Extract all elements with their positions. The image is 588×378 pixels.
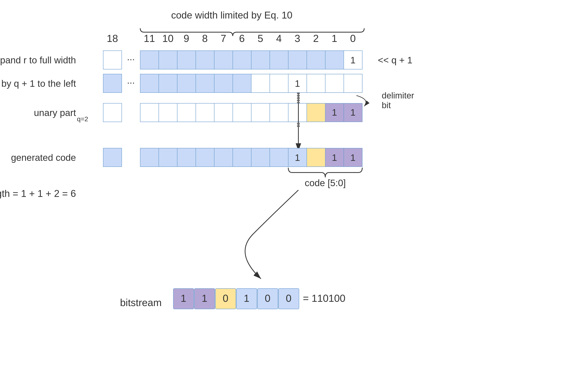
row3-bit-0-val: 1 [350, 107, 356, 118]
col-header-5: 5 [258, 33, 263, 44]
row1-bit-11 [140, 51, 159, 69]
row3-bit-1-val: 1 [332, 107, 337, 118]
row4-bit-6 [233, 148, 251, 167]
bs-bit-1-val: 0 [265, 293, 270, 304]
row4-bit-4 [270, 148, 288, 167]
row2-bit-5 [251, 74, 270, 93]
row1-bit-6 [233, 51, 251, 69]
row3-bit-9 [177, 103, 196, 122]
row1-bit-2 [307, 51, 325, 69]
bs-bit-3-val: 0 [223, 293, 229, 304]
delimiter-label-1: delimiter [382, 91, 414, 100]
row4-bit-5 [251, 148, 270, 167]
row4-bit-7 [214, 148, 233, 167]
col-header-0: 0 [350, 33, 356, 44]
col-header-6: 6 [239, 33, 245, 44]
col-header-1: 1 [332, 33, 337, 44]
row2-bit-8 [196, 74, 214, 93]
row2-bit-10 [159, 74, 177, 93]
row3-bit-4 [270, 103, 288, 122]
row2-bit-11 [140, 74, 159, 93]
length-label: length = 1 + 1 + 2 = 6 [0, 188, 76, 199]
row2-bit-7 [214, 74, 233, 93]
row3-bit-3 [288, 103, 307, 122]
row3-bit-10 [159, 103, 177, 122]
row4-bit-2-yellow [307, 148, 325, 167]
row4-bit-0-val: 1 [350, 152, 356, 163]
bitstream-label: bitstream [120, 297, 162, 308]
col-header-10: 10 [162, 33, 174, 44]
col-header-3: 3 [295, 33, 300, 44]
row2-bit-2 [307, 74, 325, 93]
row3-bit-11 [140, 103, 159, 122]
col-header-4: 4 [276, 33, 282, 44]
row1-bit-7 [214, 51, 233, 69]
row2-ellipsis: ··· [127, 77, 135, 88]
row2-label: shift it by q + 1 to the left [0, 78, 76, 89]
row4-bit-9 [177, 148, 196, 167]
col-header-18: 18 [107, 33, 118, 44]
code-slice-label: code [5:0] [305, 178, 346, 188]
row1-bit-1 [325, 51, 344, 69]
row4-bit-3-val: 1 [295, 152, 300, 163]
bs-bit-5-val: 1 [181, 293, 186, 304]
row1-ellipsis: ··· [127, 54, 135, 64]
diagram: 18 11 10 9 8 7 6 5 4 3 2 1 0 code width … [0, 0, 588, 378]
bs-bit-2-val: 1 [244, 293, 250, 304]
row2-bit-6 [233, 74, 251, 93]
col-header-8: 8 [202, 33, 208, 44]
row4-label: generated code [11, 152, 76, 163]
row3-subscript: q=2 [77, 115, 88, 123]
row3-bit-2-yellow [307, 103, 325, 122]
row3-bit-8 [196, 103, 214, 122]
row2-bit-0 [344, 74, 362, 93]
row1-bit-8 [196, 51, 214, 69]
row1-bit-9 [177, 51, 196, 69]
row1-bit-5 [251, 51, 270, 69]
row3-bit-5 [251, 103, 270, 122]
row4-bit-8 [196, 148, 214, 167]
row4-bit-11 [140, 148, 159, 167]
row2-bit-18 [103, 74, 122, 93]
row1-bit-18 [103, 51, 122, 69]
row3-label: unary part [34, 108, 76, 118]
row4-bit-18 [103, 148, 122, 167]
col-header-11: 11 [144, 33, 155, 44]
row1-label: expand r to full width [0, 55, 76, 65]
code-width-label: code width limited by Eq. 10 [171, 10, 293, 21]
delimiter-label-2: bit [382, 100, 391, 110]
row4-bit-1-val: 1 [332, 152, 337, 163]
col-header-2: 2 [313, 33, 319, 44]
row3-bit-18 [103, 103, 122, 122]
row1-suffix: << q + 1 [378, 55, 412, 65]
row1-bit-10 [159, 51, 177, 69]
col-header-7: 7 [221, 33, 226, 44]
row2-bit-1 [325, 74, 344, 93]
row1-bit-0-val: 1 [350, 55, 356, 65]
row3-bit-6 [233, 103, 251, 122]
row2-bit-9 [177, 74, 196, 93]
row1-bit-3 [288, 51, 307, 69]
bitstream-value: = 110100 [303, 293, 345, 304]
row1-bit-4 [270, 51, 288, 69]
row4-bit-10 [159, 148, 177, 167]
bs-bit-4-val: 1 [202, 293, 207, 304]
col-header-9: 9 [184, 33, 189, 44]
row2-bit-3-val: 1 [295, 78, 300, 89]
row3-bit-7 [214, 103, 233, 122]
row2-bit-4 [270, 74, 288, 93]
bs-bit-0-val: 0 [286, 293, 292, 304]
